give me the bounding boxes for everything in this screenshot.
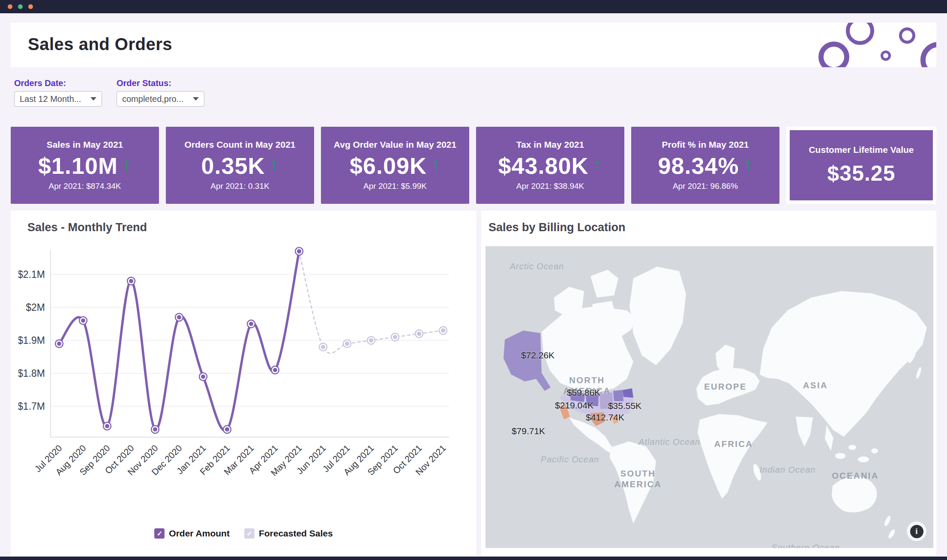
kpi-value: $43.80K bbox=[498, 152, 588, 179]
window-minimize-dot[interactable] bbox=[18, 4, 23, 9]
orders-date-dropdown[interactable]: Last 12 Month... bbox=[14, 91, 102, 107]
sales-by-billing-location-panel: Sales by Billing Location bbox=[481, 211, 936, 556]
checked-checkbox-icon[interactable]: ✓ bbox=[154, 528, 165, 539]
kpi-title: Profit % in May 2021 bbox=[662, 140, 749, 150]
up-arrow-icon: ↑ bbox=[593, 154, 602, 176]
orders-date-value: Last 12 Month... bbox=[20, 94, 81, 104]
info-icon: i bbox=[910, 525, 923, 538]
filter-bar: Orders Date: Last 12 Month... Order Stat… bbox=[14, 78, 204, 107]
window-close-dot[interactable] bbox=[8, 4, 12, 9]
map-panel-title: Sales by Billing Location bbox=[488, 221, 626, 234]
up-arrow-icon: ↑ bbox=[431, 154, 441, 176]
decorative-ring-icon bbox=[846, 23, 874, 45]
order-status-value: completed,pro... bbox=[122, 94, 183, 104]
kpi-previous: Apr 2021: 96.86% bbox=[673, 182, 738, 191]
kpi-title: Orders Count in May 2021 bbox=[184, 140, 295, 150]
legend-order-amount[interactable]: ✓ Order Amount bbox=[154, 528, 230, 539]
window-zoom-dot[interactable] bbox=[28, 4, 33, 9]
kpi-title: Tax in May 2021 bbox=[516, 140, 584, 150]
order-status-label: Order Status: bbox=[117, 78, 204, 88]
chart-legend: ✓ Order Amount ✓ Forecasted Sales bbox=[11, 528, 476, 539]
kpi-card-sales: Sales in May 2021 $1.10M↑ Apr 2021: $874… bbox=[11, 127, 159, 204]
chevron-down-icon bbox=[193, 97, 199, 101]
kpi-card-tax: Tax in May 2021 $43.80K↑ Apr 2021: $38.9… bbox=[476, 127, 624, 204]
kpi-value: $1.10M bbox=[38, 152, 118, 179]
svg-text:$1.9M: $1.9M bbox=[18, 335, 45, 346]
world-map-shapes bbox=[485, 246, 933, 548]
decorative-ring-icon bbox=[818, 42, 849, 67]
svg-text:$1.7M: $1.7M bbox=[18, 401, 45, 412]
kpi-title: Sales in May 2021 bbox=[47, 140, 123, 150]
up-arrow-icon: ↑ bbox=[743, 154, 753, 176]
kpi-card-orders-count: Orders Count in May 2021 0.35K↑ Apr 2021… bbox=[166, 127, 314, 204]
kpi-card-profit-pct: Profit % in May 2021 98.34%↑ Apr 2021: 9… bbox=[631, 127, 779, 204]
decorative-ring-icon bbox=[920, 42, 936, 67]
map-info-button[interactable]: i bbox=[907, 521, 926, 541]
kpi-previous: Apr 2021: 0.31K bbox=[210, 182, 269, 191]
checked-checkbox-icon[interactable]: ✓ bbox=[244, 528, 255, 539]
page-title: Sales and Orders bbox=[28, 35, 172, 54]
kpi-row: Sales in May 2021 $1.10M↑ Apr 2021: $874… bbox=[11, 127, 936, 204]
window-titlebar bbox=[0, 0, 947, 13]
world-map[interactable]: i Arctic Ocean$72.26KNORTH AMERICA$59.86… bbox=[485, 246, 933, 548]
orders-date-label: Orders Date: bbox=[14, 78, 102, 88]
kpi-previous: Apr 2021: $5.99K bbox=[363, 182, 427, 191]
kpi-title: Avg Order Value in May 2021 bbox=[334, 140, 456, 150]
legend-label: Order Amount bbox=[169, 528, 230, 539]
kpi-card-inner: Customer Lifetime Value $35.25 bbox=[790, 130, 933, 200]
filter-order-status: Order Status: completed,pro... bbox=[117, 78, 204, 107]
svg-text:$2M: $2M bbox=[26, 302, 45, 313]
up-arrow-icon: ↑ bbox=[270, 154, 279, 176]
up-arrow-icon: ↑ bbox=[122, 154, 132, 176]
legend-forecasted-sales[interactable]: ✓ Forecasted Sales bbox=[244, 528, 333, 539]
kpi-card-avg-order-value: Avg Order Value in May 2021 $6.09K↑ Apr … bbox=[321, 127, 469, 204]
monthly-trend-line-chart[interactable]: $2.1M$2M$1.9M$1.8M$1.7MJul 2020Aug 2020S… bbox=[18, 246, 462, 486]
decorative-ring-icon bbox=[899, 27, 915, 44]
trend-panel-title: Sales - Monthly Trend bbox=[27, 221, 147, 234]
legend-label: Forecasted Sales bbox=[259, 528, 333, 539]
kpi-value: $6.09K bbox=[350, 152, 427, 179]
kpi-title: Customer Lifetime Value bbox=[809, 145, 914, 155]
window-bottom-edge bbox=[0, 557, 947, 560]
kpi-previous: Apr 2021: $874.34K bbox=[48, 182, 121, 191]
filter-orders-date: Orders Date: Last 12 Month... bbox=[14, 78, 102, 107]
dashboard-header: Sales and Orders bbox=[11, 23, 936, 67]
kpi-value: $35.25 bbox=[827, 161, 896, 186]
chevron-down-icon bbox=[90, 97, 96, 101]
sales-monthly-trend-panel: Sales - Monthly Trend $2.1M$2M$1.9M$1.8M… bbox=[11, 211, 476, 556]
decorative-ring-icon bbox=[881, 51, 891, 61]
kpi-value: 98.34% bbox=[658, 152, 739, 179]
kpi-card-customer-lifetime-value: Customer Lifetime Value $35.25 bbox=[786, 127, 936, 204]
kpi-value: 0.35K bbox=[201, 152, 265, 179]
svg-text:$1.8M: $1.8M bbox=[18, 368, 45, 379]
order-status-dropdown[interactable]: completed,pro... bbox=[117, 91, 204, 107]
kpi-previous: Apr 2021: $38.94K bbox=[516, 182, 584, 191]
svg-text:$2.1M: $2.1M bbox=[18, 269, 45, 280]
